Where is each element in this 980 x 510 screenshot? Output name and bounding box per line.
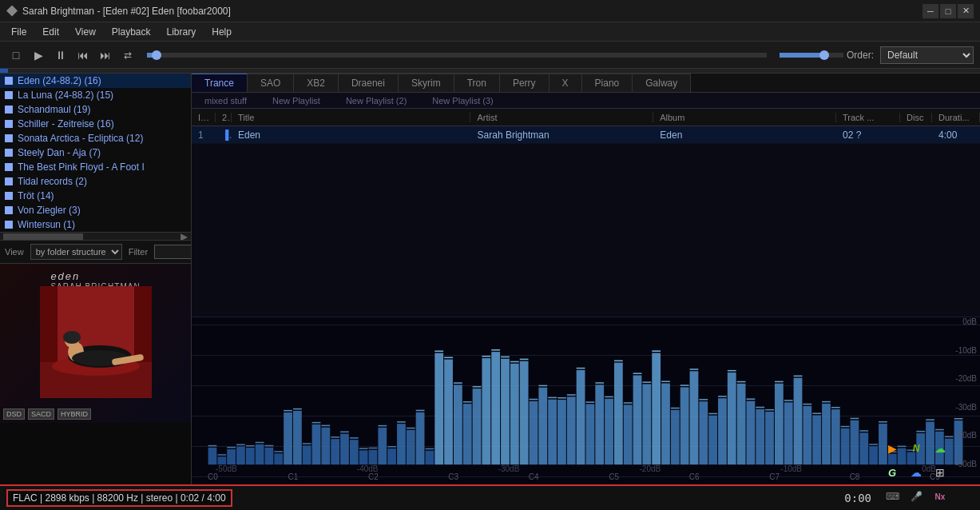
menu-edit[interactable]: Edit <box>34 25 67 39</box>
svg-rect-27 <box>293 408 302 410</box>
svg-rect-30 <box>321 425 330 427</box>
random-button[interactable]: ⇄ <box>118 46 137 65</box>
spectrum-bar-27 <box>463 404 472 464</box>
playlist-tab-perry[interactable]: Perry <box>500 74 550 92</box>
spectrum-bar-8 <box>284 412 292 464</box>
sidebar-playlist-item-9[interactable]: Von Ziegler (3) <box>0 203 191 217</box>
svg-rect-58 <box>586 401 595 403</box>
toolbar: □ ▶ ⏸ ⏮ ⏭ ⇄ Order: Default Random Repeat… <box>0 42 980 69</box>
view-select[interactable]: by folder structure <box>30 244 122 260</box>
spectrum-bar-37 <box>557 400 566 464</box>
spectrum-bar-19 <box>387 448 396 464</box>
playlist-icon-2 <box>5 106 13 114</box>
playlist-tab-piano[interactable]: Piano <box>582 74 633 92</box>
col-disc[interactable]: Disc <box>900 113 932 122</box>
tray-nx[interactable]: Nx <box>929 485 951 508</box>
spectrum-bar-3 <box>236 447 245 465</box>
volume-bar[interactable] <box>780 53 843 58</box>
playlist-label-8: Tröt (14) <box>18 190 54 201</box>
playlist-tab-trance[interactable]: Trance <box>192 74 248 92</box>
svg-rect-35 <box>369 448 378 449</box>
svg-rect-71 <box>708 413 717 415</box>
playlist-tab-sao[interactable]: SAO <box>248 74 294 92</box>
svg-rect-65 <box>652 350 661 352</box>
svg-rect-24 <box>265 445 274 447</box>
svg-rect-23 <box>256 442 264 444</box>
spectrum-bar-13 <box>331 439 339 464</box>
stop-button[interactable]: □ <box>6 46 26 65</box>
sidebar-playlist-item-1[interactable]: La Luna (24-88.2) (15) <box>0 88 191 102</box>
col-title[interactable]: Title <box>232 113 470 122</box>
col-artist[interactable]: Artist <box>470 113 653 122</box>
close-button[interactable]: ✕ <box>958 4 974 18</box>
svg-rect-25 <box>274 451 283 452</box>
pause-button[interactable]: ⏸ <box>51 46 70 65</box>
track-row-0[interactable]: 1▐▐EdenSarah BrightmanEden02 ?4:00 <box>192 126 980 144</box>
tray-cloud-blue[interactable]: ☁ <box>905 461 927 484</box>
tray-mic[interactable]: 🎤 <box>905 485 927 508</box>
sub-tab-8[interactable]: New Playlist (3) <box>419 94 506 107</box>
svg-rect-18 <box>208 445 217 447</box>
sidebar-playlist-item-3[interactable]: Schiller - Zeitreise (16) <box>0 117 191 131</box>
svg-rect-81 <box>803 404 811 405</box>
menu-playback[interactable]: Playback <box>104 25 159 39</box>
sub-tab-5[interactable]: New Playlist (2) <box>333 94 419 107</box>
tray-area: ▶ N ☁ G ☁ ⊞ ⌨ 🎤 Nx <box>878 434 974 510</box>
playlist-list: Eden (24-88.2) (16)La Luna (24-88.2) (15… <box>0 74 191 232</box>
playlist-tab-x[interactable]: X <box>550 74 582 92</box>
maximize-button[interactable]: □ <box>940 4 956 18</box>
col-album[interactable]: Album <box>653 113 836 122</box>
playlist-tab-tron[interactable]: Tron <box>454 74 500 92</box>
sidebar-playlist-item-0[interactable]: Eden (24-88.2) (16) <box>0 74 191 88</box>
next-button[interactable]: ⏭ <box>96 46 115 65</box>
tray-expand[interactable]: ⊞ <box>929 461 951 484</box>
spectrum-bar-63 <box>803 406 811 464</box>
sidebar-playlist-item-10[interactable]: Wintersun (1) <box>0 217 191 232</box>
svg-rect-39 <box>407 428 415 429</box>
spectrum-bar-50 <box>680 387 689 464</box>
order-select[interactable]: Default Random Repeat (playlist) Repeat … <box>880 46 974 64</box>
tray-nvidia[interactable]: N <box>905 437 927 460</box>
sidebar-playlist-item-4[interactable]: Sonata Arctica - Ecliptica (12) <box>0 131 191 145</box>
sidebar-playlist-item-5[interactable]: Steely Dan - Aja (7) <box>0 145 191 160</box>
spectrum-bar-18 <box>378 428 387 464</box>
playlist-tab-xb2[interactable]: XB2 <box>294 74 339 92</box>
tray-cloud-green[interactable]: ☁ <box>929 437 951 460</box>
menu-library[interactable]: Library <box>159 25 204 39</box>
tray-logitech[interactable]: G <box>881 461 903 484</box>
prev-button[interactable]: ⏮ <box>73 46 93 65</box>
playlist-label-7: Tidal records (2) <box>18 176 87 187</box>
svg-rect-60 <box>605 396 613 398</box>
playlist-tab-skyrim[interactable]: Skyrim <box>399 74 454 92</box>
spectrum-bar-66 <box>831 409 840 464</box>
tray-keyboard[interactable]: ⌨ <box>881 485 903 508</box>
minimize-button[interactable]: ─ <box>922 4 938 18</box>
menu-view[interactable]: View <box>67 25 104 39</box>
svg-rect-42 <box>434 351 443 353</box>
seek-bar[interactable] <box>147 53 767 58</box>
tray-vlc[interactable]: ▶ <box>881 437 903 460</box>
spectrum-bar-12 <box>321 428 330 464</box>
sidebar-playlist-item-2[interactable]: Schandmaul (19) <box>0 102 191 117</box>
spectrum-bar-32 <box>510 364 519 464</box>
playlist-tab-draenei[interactable]: Draenei <box>339 74 399 92</box>
col-duration[interactable]: Durati... <box>932 113 980 122</box>
menu-file[interactable]: File <box>3 25 34 39</box>
sidebar-scroll-h[interactable]: ▶ <box>0 232 191 240</box>
sidebar-playlist-item-8[interactable]: Tröt (14) <box>0 189 191 203</box>
svg-rect-44 <box>454 382 462 384</box>
col-track[interactable]: Track ... <box>836 113 900 122</box>
spectrum-bar-43 <box>614 363 623 465</box>
filter-input[interactable] <box>154 245 192 259</box>
sidebar-playlist-item-7[interactable]: Tidal records (2) <box>0 174 191 189</box>
svg-rect-76 <box>756 407 764 408</box>
sidebar-playlist-item-6[interactable]: The Best Pink Floyd - A Foot I <box>0 160 191 174</box>
playlist-tab-galway[interactable]: Galway <box>633 74 691 92</box>
svg-rect-31 <box>331 436 339 438</box>
sub-tab-3[interactable]: New Playlist <box>260 94 333 107</box>
spectrum-bar-41 <box>595 384 604 464</box>
play-button[interactable]: ▶ <box>29 46 48 65</box>
spectrum-bar-49 <box>671 410 680 464</box>
sub-tab-1[interactable]: mixed stuff <box>192 94 260 107</box>
menu-help[interactable]: Help <box>204 25 240 39</box>
